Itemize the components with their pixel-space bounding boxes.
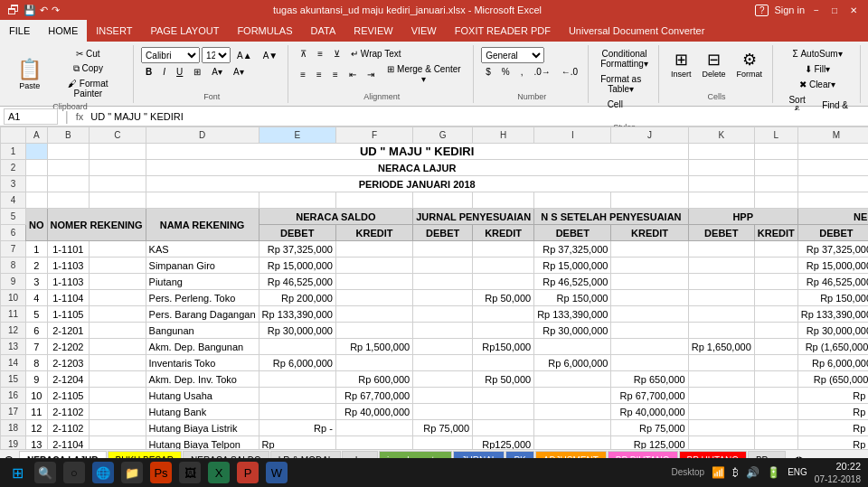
cell-jp-d[interactable] [413, 258, 473, 274]
cell-C3[interactable] [90, 176, 146, 192]
decrease-decimal-button[interactable]: ←.0 [557, 65, 582, 79]
cell-nsp-k[interactable]: Rp 67,700,000 [611, 388, 688, 404]
clear-button[interactable]: ✖ Clear▾ [788, 78, 846, 91]
cell-rekening[interactable] [90, 371, 146, 388]
cell-hpp-k[interactable] [754, 258, 797, 274]
cell-rekening[interactable] [90, 258, 146, 274]
cell-nsp-k[interactable] [611, 274, 688, 290]
cell-nama[interactable]: Simpanan Giro [146, 258, 259, 274]
col-header-A[interactable]: A [26, 127, 48, 144]
cell-rekening[interactable] [90, 404, 146, 420]
cell-jp-k[interactable] [473, 241, 534, 258]
cell-nomer[interactable]: 1-1103 [47, 274, 90, 290]
cell-ns-k[interactable] [335, 323, 412, 339]
cell-ner-d[interactable]: Rp 133,390,000 [797, 306, 868, 323]
cell-M6-debet[interactable]: DEBET [797, 225, 868, 241]
cell-ns-d[interactable]: Rp 37,325,000 [259, 241, 335, 258]
cell-nsp-d[interactable] [534, 388, 611, 404]
cell-no[interactable]: 4 [26, 290, 48, 306]
start-button[interactable]: ⊞ [7, 463, 27, 482]
cell-nama[interactable]: KAS [146, 241, 259, 258]
cell-G5-jurnal[interactable]: JURNAL PENYESUAIAN [413, 209, 534, 225]
indent-increase-button[interactable]: ⇥ [363, 68, 379, 81]
cell-nomer[interactable]: 2-1102 [47, 420, 90, 436]
cell-ns-k[interactable] [335, 436, 412, 450]
bold-button[interactable]: B [141, 65, 156, 79]
cell-hpp-k[interactable] [754, 241, 797, 258]
cell-M3[interactable] [797, 176, 868, 192]
col-header-D[interactable]: D [146, 127, 259, 144]
format-as-table-button[interactable]: Format asTable▾ [596, 72, 646, 96]
cell-ner-d[interactable]: Rp - [797, 404, 868, 420]
taskbar-ie[interactable]: 🌐 [92, 462, 114, 483]
cell-M5-neraca[interactable]: NERACA [797, 209, 868, 225]
cell-L2[interactable] [754, 160, 797, 176]
taskbar-bluetooth-icon[interactable]: ₿ [732, 466, 739, 479]
cell-ns-k[interactable] [335, 258, 412, 274]
cell-jp-k[interactable]: Rp 50,000 [473, 290, 534, 306]
taskbar-clock[interactable]: 20:22 07-12-2018 [815, 460, 861, 484]
cell-ns-d[interactable] [259, 388, 335, 404]
cell-nama[interactable]: Hutang Usaha [146, 388, 259, 404]
maximize-button[interactable]: □ [828, 5, 841, 15]
cell-J6-kredit[interactable]: KREDIT [611, 225, 688, 241]
cell-nama[interactable]: Hutang Biaya Telpon [146, 436, 259, 450]
cell-nsp-k[interactable] [611, 306, 688, 323]
col-header-K[interactable]: K [688, 127, 754, 144]
taskbar-excel[interactable]: X [208, 462, 230, 483]
cell-no[interactable]: 5 [26, 306, 48, 323]
cell-nsp-d[interactable]: Rp 30,000,000 [534, 323, 611, 339]
merge-center-button[interactable]: ⊞ Merge & Center ▾ [381, 62, 467, 86]
cell-L6-kredit[interactable]: KREDIT [754, 225, 797, 241]
cell-jp-d[interactable] [413, 241, 473, 258]
cell-nsp-d[interactable]: Rp 150,000 [534, 290, 611, 306]
align-center-button[interactable]: ≡ [312, 68, 326, 81]
cell-hpp-k[interactable] [754, 290, 797, 306]
cell-jp-d[interactable] [413, 274, 473, 290]
cell-nama[interactable]: Akm. Dep. Bangunan [146, 339, 259, 355]
cell-rekening[interactable] [90, 306, 146, 323]
cell-ns-k[interactable] [335, 241, 412, 258]
cell-jp-d[interactable] [413, 306, 473, 323]
cell-nsp-k[interactable] [611, 339, 688, 355]
cell-rekening[interactable] [90, 241, 146, 258]
cell-jp-d[interactable] [413, 404, 473, 420]
cell-nama[interactable]: Bangunan [146, 323, 259, 339]
cell-jp-k[interactable]: Rp 50,000 [473, 371, 534, 388]
cell-nsp-d[interactable] [534, 404, 611, 420]
cell-D4[interactable] [146, 192, 259, 209]
align-middle-button[interactable]: ≡ [313, 47, 327, 61]
quick-access-redo[interactable]: ↷ [52, 5, 60, 16]
cell-ns-d[interactable] [259, 371, 335, 388]
currency-button[interactable]: $ [481, 65, 495, 79]
cell-nama[interactable]: Inventaris Toko [146, 355, 259, 371]
col-header-I[interactable]: I [534, 127, 611, 144]
cell-nsp-d[interactable] [534, 436, 611, 450]
cell-B1[interactable] [47, 144, 90, 160]
cell-nsp-d[interactable]: Rp 15,000,000 [534, 258, 611, 274]
cell-nsp-k[interactable] [611, 290, 688, 306]
cell-jp-d[interactable] [413, 339, 473, 355]
cell-no[interactable]: 6 [26, 323, 48, 339]
cell-jp-d[interactable] [413, 436, 473, 450]
copy-button[interactable]: ⧉ Copy [49, 61, 128, 76]
cell-ns-k[interactable] [335, 306, 412, 323]
cell-ns-k[interactable]: Rp 1,500,000 [335, 339, 412, 355]
cell-F4[interactable] [335, 192, 412, 209]
cell-E6-debet[interactable]: DEBET [259, 225, 335, 241]
cell-D5-nama[interactable]: NAMA REKENING [146, 209, 259, 241]
cell-ns-d[interactable]: Rp 6,000,000 [259, 355, 335, 371]
sign-in-link[interactable]: Sign in [774, 5, 805, 15]
cell-no[interactable]: 1 [26, 241, 48, 258]
cell-M4[interactable] [797, 192, 868, 209]
cell-ns-d[interactable]: Rp 46,525,000 [259, 274, 335, 290]
cell-B2[interactable] [47, 160, 90, 176]
cell-nomer[interactable]: 1-1104 [47, 290, 90, 306]
cell-jp-k[interactable] [473, 355, 534, 371]
cell-nsp-k[interactable] [611, 323, 688, 339]
col-header-H[interactable]: H [473, 127, 534, 144]
taskbar-app1[interactable]: 🖼 [179, 462, 201, 483]
cell-nomer[interactable]: 2-1105 [47, 388, 90, 404]
cell-hpp-d[interactable]: Rp 1,650,000 [688, 339, 754, 355]
cell-B4[interactable] [47, 192, 90, 209]
